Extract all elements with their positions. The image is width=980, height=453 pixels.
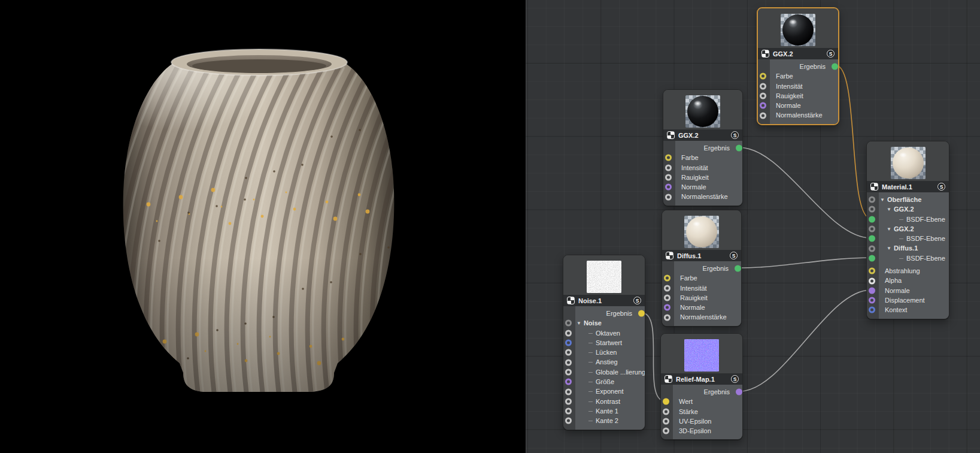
port-in-oberfl-che[interactable] — [869, 197, 875, 203]
node-header[interactable]: Noise.1S — [563, 295, 645, 306]
node-ggx-2-1[interactable]: GGX.2SErgebnisFarbeIntensitätRauigkeitNo… — [663, 89, 743, 206]
port-in-bsdf-ebene[interactable] — [869, 216, 875, 222]
port-in-normale[interactable] — [869, 287, 875, 294]
tree-tick — [588, 391, 593, 392]
solo-badge[interactable]: S — [731, 375, 739, 383]
port-in-intensit-t[interactable] — [665, 164, 672, 171]
port-out-ergebnis[interactable] — [832, 64, 838, 70]
node-header[interactable]: Material.1S — [867, 181, 949, 192]
app-window: GGX.2SErgebnisFarbeIntensitätRauigkeitNo… — [0, 0, 980, 453]
tree-tick — [588, 372, 593, 373]
node-title: Diffus.1 — [677, 252, 726, 259]
node-header[interactable]: GGX.2S — [758, 48, 838, 59]
node-title: GGX.2 — [678, 132, 727, 139]
port-in-normale[interactable] — [760, 102, 766, 109]
port-in-kante-2[interactable] — [565, 418, 572, 424]
port-in-ggx-2[interactable] — [869, 226, 875, 232]
param-row-exponent: Exponent — [563, 386, 645, 396]
port-in-kontext[interactable] — [869, 307, 875, 313]
port-in-intensit-t[interactable] — [760, 83, 766, 89]
port-in-noise[interactable] — [565, 320, 572, 327]
port-in-st-rke[interactable] — [663, 408, 669, 415]
port-in-farbe[interactable] — [760, 73, 766, 80]
port-in-oktaven[interactable] — [565, 330, 572, 336]
port-in-globale-lierung[interactable] — [565, 369, 572, 375]
param-row-l-cken: Lücken — [563, 348, 645, 357]
port-in-alpha[interactable] — [869, 277, 875, 284]
node-preview — [563, 255, 645, 295]
port-in-farbe[interactable] — [665, 155, 672, 161]
port-in-wert[interactable] — [663, 398, 669, 405]
port-in-kontrast[interactable] — [565, 398, 572, 404]
port-in-l-cken[interactable] — [565, 349, 572, 356]
solo-badge[interactable]: S — [731, 131, 739, 139]
node-header[interactable]: Relief-Map.1S — [661, 373, 742, 385]
port-in-startwert[interactable] — [565, 340, 572, 346]
param-label: Alpha — [885, 276, 902, 285]
port-in-bsdf-ebene[interactable] — [869, 235, 875, 242]
node-material-1-5[interactable]: Material.1S▼Oberfläche▼GGX.2BSDF-Ebene▼G… — [866, 141, 949, 319]
collapse-triangle-icon[interactable]: ▼ — [887, 225, 891, 234]
port-in-normale[interactable] — [664, 304, 670, 311]
node-ggx-2-0[interactable]: GGX.2SErgebnisFarbeIntensitätRauigkeitNo… — [757, 7, 839, 125]
collapse-triangle-icon[interactable]: ▼ — [887, 205, 891, 215]
param-label: Intensität — [681, 163, 708, 173]
port-in-kante-1[interactable] — [565, 408, 572, 415]
node-header[interactable]: GGX.2S — [663, 129, 742, 141]
port-in-intensit-t[interactable] — [664, 285, 670, 291]
node-editor[interactable]: GGX.2SErgebnisFarbeIntensitätRauigkeitNo… — [526, 0, 980, 453]
node-header[interactable]: Diffus.1S — [662, 250, 741, 261]
param-label: Normalenstärke — [680, 312, 727, 322]
param-label: Kante 1 — [596, 406, 618, 416]
param-label: Ergebnis — [704, 387, 730, 397]
preview-thumbnail-sphere-cream — [891, 147, 926, 179]
solo-badge[interactable]: S — [730, 252, 738, 259]
solo-badge[interactable]: S — [827, 50, 835, 58]
param-row-oberfl-che: ▼Oberfläche — [867, 195, 949, 204]
port-out-ergebnis[interactable] — [736, 145, 742, 152]
port-in-exponent[interactable] — [565, 388, 572, 395]
param-row-globale-lierung: Globale ...lierung — [563, 367, 645, 377]
port-out-ergebnis[interactable] — [736, 389, 742, 395]
node-diffus-1-2[interactable]: Diffus.1SErgebnisFarbeIntensitätRauigkei… — [662, 210, 742, 327]
port-in-diffus-1[interactable] — [869, 245, 875, 252]
port-in-farbe[interactable] — [664, 275, 670, 282]
param-label: BSDF-Ebene — [906, 234, 945, 243]
collapse-triangle-icon[interactable]: ▼ — [577, 319, 581, 328]
param-row-normalenst-rke: Normalenstärke — [663, 192, 742, 201]
port-out-ergebnis[interactable] — [638, 310, 645, 317]
param-label: Displacement — [885, 295, 925, 305]
collapse-triangle-icon[interactable]: ▼ — [880, 195, 885, 205]
port-in-bsdf-ebene[interactable] — [869, 255, 875, 261]
param-label: 3D-Epsilon — [679, 426, 711, 436]
port-in-rauigkeit[interactable] — [664, 295, 670, 301]
param-label: Ergebnis — [703, 264, 729, 273]
port-in-normalenst-rke[interactable] — [665, 194, 672, 200]
port-in-gr-e[interactable] — [565, 379, 572, 385]
port-in-rauigkeit[interactable] — [665, 174, 672, 181]
port-in-anstieg[interactable] — [565, 359, 572, 366]
param-label: Normale — [680, 303, 705, 312]
port-in-3d-epsilon[interactable] — [663, 428, 669, 434]
param-row-kontext: Kontext — [867, 305, 949, 315]
port-out-ergebnis[interactable] — [735, 265, 741, 272]
port-in-abstrahlung[interactable] — [869, 268, 875, 274]
port-in-displacement[interactable] — [869, 297, 875, 304]
collapse-triangle-icon[interactable]: ▼ — [887, 244, 891, 253]
node-noise-1-3[interactable]: Noise.1SErgebnis▼NoiseOktavenStartwertLü… — [563, 255, 645, 430]
port-in-normale[interactable] — [665, 184, 672, 191]
param-label: Normalenstärke — [681, 192, 728, 201]
port-in-normalenst-rke[interactable] — [760, 112, 766, 119]
param-row-diffus-1: ▼Diffus.1 — [867, 243, 949, 253]
param-label: Ergebnis — [800, 62, 826, 71]
node-relief-map-1-4[interactable]: Relief-Map.1SErgebnisWertStärkeUV-Epsilo… — [660, 333, 743, 440]
param-label: Rauigkeit — [680, 293, 708, 303]
solo-badge[interactable]: S — [937, 183, 945, 191]
port-in-normalenst-rke[interactable] — [664, 314, 670, 321]
port-in-rauigkeit[interactable] — [760, 93, 766, 99]
solo-badge[interactable]: S — [633, 297, 641, 304]
port-in-ggx-2[interactable] — [869, 206, 875, 213]
tree-tick — [899, 238, 903, 239]
port-in-uv-epsilon[interactable] — [663, 418, 669, 425]
node-type-icon — [665, 375, 672, 383]
